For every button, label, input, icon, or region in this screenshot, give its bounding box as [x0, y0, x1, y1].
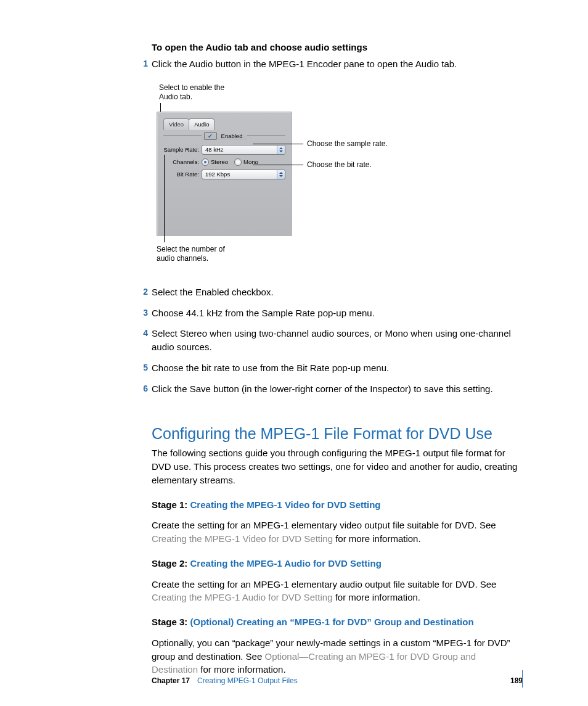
task-heading: To open the Audio tab and choose audio s…	[152, 42, 523, 52]
stereo-label: Stereo	[211, 158, 228, 166]
stage2-body: Create the setting for an MPEG-1 element…	[152, 578, 523, 605]
enabled-checkbox[interactable]: ✓	[204, 132, 217, 140]
stage1-xref[interactable]: Creating the MPEG-1 Video for DVD Settin…	[152, 533, 333, 544]
callout-sample-rate: Choose the sample rate.	[307, 139, 388, 149]
bitrate-label: Bit Rate:	[163, 170, 202, 179]
section-title: Configuring the MPEG-1 File Format for D…	[152, 425, 523, 443]
channels-label: Channels:	[163, 158, 202, 166]
step-list: 1Click the Audio button in the MPEG-1 En…	[152, 57, 523, 395]
sample-rate-label: Sample Rate:	[163, 146, 202, 154]
callout-enable: Select to enable the Audio tab.	[159, 83, 227, 102]
callout-bit-rate: Choose the bit rate.	[307, 160, 372, 170]
stage2-xref[interactable]: Creating the MPEG-1 Audio for DVD Settin…	[152, 592, 332, 602]
tab-video[interactable]: Video	[163, 118, 189, 130]
step-2: 2Select the Enabled checkbox.	[152, 285, 523, 299]
radio-stereo[interactable]	[202, 158, 209, 166]
mono-label: Mono	[243, 158, 258, 166]
stage2-link[interactable]: Creating the MPEG-1 Audio for DVD Settin…	[190, 558, 382, 568]
step-text: Click the Audio button in the MPEG-1 Enc…	[152, 59, 457, 69]
callout-channels: Select the number of audio channels.	[157, 245, 237, 263]
step-text: Click the Save button (in the lower-righ…	[152, 384, 493, 394]
encoder-figure: Select to enable the Audio tab. Video Au…	[152, 83, 523, 268]
stage1-body: Create the setting for an MPEG-1 element…	[152, 519, 523, 546]
sample-rate-popup[interactable]: 48 kHz	[202, 145, 285, 155]
step-text: Choose 44.1 kHz from the Sample Rate pop…	[152, 308, 375, 318]
stage3-title: Stage 3: (Optional) Creating an “MPEG-1 …	[152, 615, 523, 629]
tab-audio[interactable]: Audio	[189, 118, 214, 130]
step-6: 6Click the Save button (in the lower-rig…	[152, 382, 523, 396]
step-3: 3Choose 44.1 kHz from the Sample Rate po…	[152, 306, 523, 320]
stage1-title: Stage 1: Creating the MPEG-1 Video for D…	[152, 498, 523, 512]
encoder-panel: Video Audio ✓ Enabled	[157, 112, 292, 236]
stage3-body: Optionally, you can “package” your newly…	[152, 636, 523, 676]
footer-rule	[522, 670, 523, 688]
section-intro: The following sections guide you through…	[152, 446, 523, 486]
stage3-link[interactable]: (Optional) Creating an “MPEG-1 for DVD” …	[190, 617, 474, 627]
step-text: Select the Enabled checkbox.	[152, 287, 274, 297]
stage1-link[interactable]: Creating the MPEG-1 Video for DVD Settin…	[190, 499, 381, 510]
enabled-label: Enabled	[219, 132, 245, 141]
step-1: 1Click the Audio button in the MPEG-1 En…	[152, 57, 523, 268]
step-4: 4Select Stereo when using two-channel au…	[152, 327, 523, 354]
page-footer: Chapter 17 Creating MPEG-1 Output Files …	[152, 676, 523, 685]
step-text: Select Stereo when using two-channel aud…	[152, 328, 511, 352]
bitrate-popup[interactable]: 192 Kbps	[202, 170, 285, 179]
footer-chapter-title: Creating MPEG-1 Output Files	[197, 676, 298, 685]
page-number: 189	[510, 676, 523, 685]
footer-chapter: Chapter 17	[152, 676, 190, 685]
radio-mono[interactable]	[234, 158, 242, 166]
step-5: 5Choose the bit rate to use from the Bit…	[152, 361, 523, 375]
step-text: Choose the bit rate to use from the Bit …	[152, 363, 389, 373]
stage2-title: Stage 2: Creating the MPEG-1 Audio for D…	[152, 557, 523, 570]
